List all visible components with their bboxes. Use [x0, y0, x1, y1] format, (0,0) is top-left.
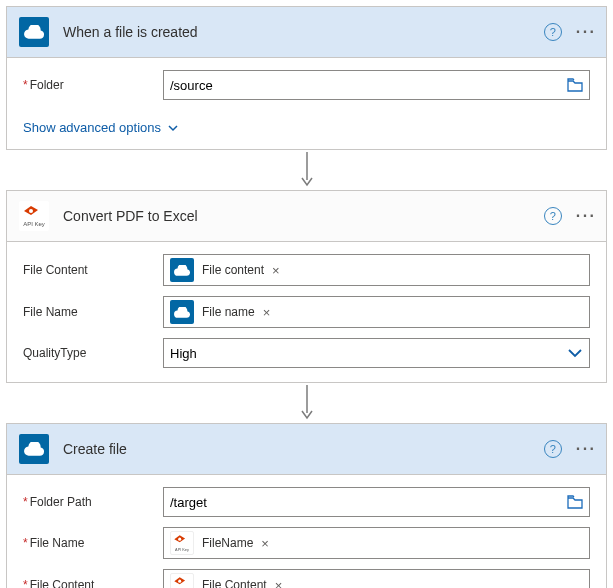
token-remove-icon[interactable]: ×	[273, 578, 285, 589]
file-name-label: *File Name	[23, 536, 163, 550]
file-name-token[interactable]: File name ×	[170, 300, 272, 324]
token-remove-icon[interactable]: ×	[259, 536, 271, 551]
file-content-label: File Content	[23, 263, 163, 277]
quality-label: QualityType	[23, 346, 163, 360]
folder-label: *Folder	[23, 78, 163, 92]
folder-path-row: *Folder Path	[23, 487, 590, 517]
file-content-row: File Content File content ×	[23, 254, 590, 286]
folder-row: *Folder	[23, 70, 590, 100]
help-icon[interactable]: ?	[544, 207, 562, 225]
svg-text:API Key: API Key	[175, 548, 189, 552]
step-convert-pdf: API Key Convert PDF to Excel ? File Cont…	[6, 190, 607, 383]
more-menu-button[interactable]	[576, 207, 594, 225]
file-name-field[interactable]: API Key FileName ×	[163, 527, 590, 559]
file-name-row: File Name File name ×	[23, 296, 590, 328]
file-name-field[interactable]: File name ×	[163, 296, 590, 328]
file-content-field[interactable]: File content ×	[163, 254, 590, 286]
api-key-icon: API Key	[170, 531, 194, 555]
step1-body: *Folder Show advanced options	[7, 58, 606, 149]
step2-body: File Content File content × File Name Fi…	[7, 242, 606, 382]
file-content-field[interactable]: API Key File Content ×	[163, 569, 590, 588]
folder-path-input[interactable]	[170, 495, 567, 510]
more-menu-button[interactable]	[576, 23, 594, 41]
step-when-file-created: When a file is created ? *Folder Show ad…	[6, 6, 607, 150]
connector-arrow	[6, 150, 607, 190]
step1-title: When a file is created	[63, 24, 544, 40]
file-name-row: *File Name API Key FileName ×	[23, 527, 590, 559]
token-remove-icon[interactable]: ×	[270, 263, 282, 278]
quality-select[interactable]	[163, 338, 590, 368]
token-label: File content	[202, 263, 264, 277]
chevron-down-icon	[167, 122, 179, 134]
folder-picker-icon[interactable]	[567, 495, 583, 509]
token-label: File name	[202, 305, 255, 319]
chevron-down-icon[interactable]	[567, 347, 583, 359]
folder-picker-icon[interactable]	[567, 78, 583, 92]
file-name-token[interactable]: API Key FileName ×	[170, 531, 271, 555]
step3-header[interactable]: Create file ?	[7, 424, 606, 475]
token-remove-icon[interactable]: ×	[261, 305, 273, 320]
more-menu-button[interactable]	[576, 440, 594, 458]
step3-body: *Folder Path *File Name API Key FileName…	[7, 475, 606, 588]
step2-header[interactable]: API Key Convert PDF to Excel ?	[7, 191, 606, 242]
onedrive-icon	[170, 258, 194, 282]
api-key-icon: API Key	[19, 201, 49, 231]
api-key-icon: API Key	[170, 573, 194, 588]
onedrive-icon	[19, 434, 49, 464]
svg-point-4	[178, 538, 181, 541]
svg-text:API Key: API Key	[23, 221, 45, 227]
folder-input-wrapper	[163, 70, 590, 100]
onedrive-icon	[170, 300, 194, 324]
step3-title: Create file	[63, 441, 544, 457]
svg-point-1	[29, 209, 33, 213]
show-advanced-link[interactable]: Show advanced options	[23, 120, 179, 135]
quality-row: QualityType	[23, 338, 590, 368]
svg-point-6	[178, 580, 181, 583]
folder-path-field	[163, 487, 590, 517]
token-label: FileName	[202, 536, 253, 550]
folder-path-label: *Folder Path	[23, 495, 163, 509]
step1-header[interactable]: When a file is created ?	[7, 7, 606, 58]
help-icon[interactable]: ?	[544, 23, 562, 41]
folder-input[interactable]	[170, 78, 567, 93]
file-content-label: *File Content	[23, 578, 163, 588]
step2-title: Convert PDF to Excel	[63, 208, 544, 224]
token-label: File Content	[202, 578, 267, 588]
connector-arrow	[6, 383, 607, 423]
quality-value[interactable]	[170, 346, 567, 361]
onedrive-icon	[19, 17, 49, 47]
file-content-row: *File Content API Key File Content ×	[23, 569, 590, 588]
step-create-file: Create file ? *Folder Path *File Name AP…	[6, 423, 607, 588]
file-content-token[interactable]: File content ×	[170, 258, 282, 282]
file-name-label: File Name	[23, 305, 163, 319]
file-content-token[interactable]: API Key File Content ×	[170, 573, 284, 588]
help-icon[interactable]: ?	[544, 440, 562, 458]
